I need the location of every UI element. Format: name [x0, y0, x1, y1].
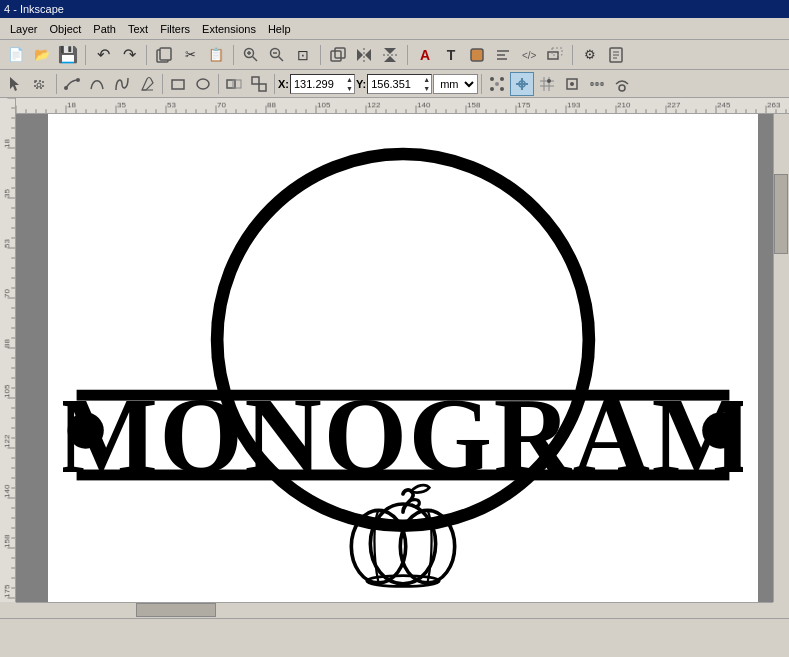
transform-button[interactable]	[543, 43, 567, 67]
sep6	[572, 45, 573, 65]
menu-extensions[interactable]: Extensions	[196, 21, 262, 37]
snap-toggle-btn[interactable]	[510, 72, 534, 96]
flip-v-button[interactable]	[378, 43, 402, 67]
zoom-select-btn[interactable]	[560, 72, 584, 96]
y-spinner[interactable]: ▲▼	[423, 75, 430, 93]
tsep3	[218, 74, 219, 94]
svg-point-31	[64, 86, 68, 90]
new-button[interactable]: 📄	[4, 43, 28, 67]
zoom-in-button[interactable]	[239, 43, 263, 67]
svg-point-65	[370, 504, 435, 584]
hscroll-thumb[interactable]	[136, 603, 216, 617]
select-tool[interactable]	[4, 72, 28, 96]
vertical-scrollbar[interactable]	[773, 114, 789, 602]
align-button[interactable]	[491, 43, 515, 67]
status-bar	[0, 618, 789, 636]
open-button[interactable]: 📂	[30, 43, 54, 67]
sep1	[85, 45, 86, 65]
svg-text:MONOGRAM: MONOGRAM	[63, 377, 743, 495]
svg-rect-17	[471, 49, 483, 61]
ellipse-tool[interactable]	[191, 72, 215, 96]
smooth-node-tool[interactable]	[85, 72, 109, 96]
svg-rect-39	[259, 84, 266, 91]
svg-rect-10	[335, 48, 345, 58]
h-ruler-canvas	[16, 98, 789, 113]
zoom-out-button[interactable]	[265, 43, 289, 67]
rubber-band-select[interactable]	[29, 72, 53, 96]
svg-rect-36	[227, 80, 235, 88]
pencil-tool[interactable]	[135, 72, 159, 96]
main-area: MONOGRAM	[0, 98, 789, 618]
monogram-design: MONOGRAM	[63, 124, 743, 592]
vscroll-thumb[interactable]	[774, 174, 788, 254]
svg-point-40	[490, 77, 494, 81]
svg-point-35	[197, 79, 209, 89]
svg-point-44	[495, 82, 499, 86]
paste-button[interactable]: 📋	[204, 43, 228, 67]
copy-to-clipboard-button[interactable]	[152, 43, 176, 67]
svg-marker-15	[384, 56, 396, 62]
svg-rect-34	[172, 80, 184, 89]
sep5	[407, 45, 408, 65]
svg-point-32	[76, 78, 80, 82]
save-button[interactable]: 💾	[56, 43, 80, 67]
menu-filters[interactable]: Filters	[154, 21, 196, 37]
xml-editor-button[interactable]: </>	[517, 43, 541, 67]
menu-path[interactable]: Path	[87, 21, 122, 37]
svg-marker-14	[384, 48, 396, 54]
cut-button[interactable]: ✂	[178, 43, 202, 67]
left-ruler	[0, 98, 16, 602]
sep2	[146, 45, 147, 65]
svg-point-41	[500, 77, 504, 81]
tsep5	[481, 74, 482, 94]
y-coord-container: ▲▼	[367, 74, 432, 94]
bezier-tool[interactable]	[110, 72, 134, 96]
group-btn[interactable]	[222, 72, 246, 96]
x-label: X:	[278, 78, 289, 90]
y-coord-input[interactable]	[371, 78, 421, 90]
node-editor-button[interactable]: A	[413, 43, 437, 67]
flip-h-button[interactable]	[352, 43, 376, 67]
snap-to-grid-btn[interactable]	[535, 72, 559, 96]
canvas-scroll[interactable]: MONOGRAM	[16, 114, 789, 602]
svg-point-43	[500, 87, 504, 91]
x-coord-input[interactable]	[294, 78, 344, 90]
y-label: Y:	[356, 78, 366, 90]
zoom-fit-button[interactable]: ⊡	[291, 43, 315, 67]
menu-help[interactable]: Help	[262, 21, 297, 37]
snap-nodes-btn[interactable]	[485, 72, 509, 96]
text-tool-button[interactable]: T	[439, 43, 463, 67]
svg-text:</>: </>	[522, 50, 537, 61]
document-properties-button[interactable]	[604, 43, 628, 67]
menu-bar: Layer Object Path Text Filters Extension…	[0, 18, 789, 40]
unit-select[interactable]: mm px cm in	[433, 74, 478, 94]
ungroup-btn[interactable]	[247, 72, 271, 96]
menu-object[interactable]: Object	[44, 21, 88, 37]
redo-button[interactable]: ↷	[117, 43, 141, 67]
title-text: 4 - Inkscape	[4, 3, 64, 15]
menu-layer[interactable]: Layer	[4, 21, 44, 37]
v-ruler-canvas	[0, 98, 15, 602]
node-align-btn[interactable]	[585, 72, 609, 96]
rect-tool[interactable]	[166, 72, 190, 96]
svg-rect-1	[160, 48, 171, 60]
svg-point-57	[619, 85, 625, 91]
svg-marker-12	[365, 49, 371, 61]
title-bar: 4 - Inkscape	[0, 0, 789, 18]
svg-point-30	[37, 83, 41, 87]
undo-button[interactable]: ↶	[91, 43, 115, 67]
node-tool[interactable]	[60, 72, 84, 96]
inkscape-prefs-button[interactable]: ⚙	[578, 43, 602, 67]
svg-rect-37	[233, 80, 241, 88]
tsep4	[274, 74, 275, 94]
fill-button[interactable]	[465, 43, 489, 67]
horizontal-scrollbar[interactable]	[16, 602, 773, 618]
extra-snap-btn[interactable]	[610, 72, 634, 96]
x-spinner[interactable]: ▲▼	[346, 75, 353, 93]
menu-text[interactable]: Text	[122, 21, 154, 37]
duplicate-button[interactable]	[326, 43, 350, 67]
x-coord-container: ▲▼	[290, 74, 355, 94]
svg-rect-38	[252, 77, 259, 84]
svg-marker-28	[10, 77, 19, 91]
sep4	[320, 45, 321, 65]
